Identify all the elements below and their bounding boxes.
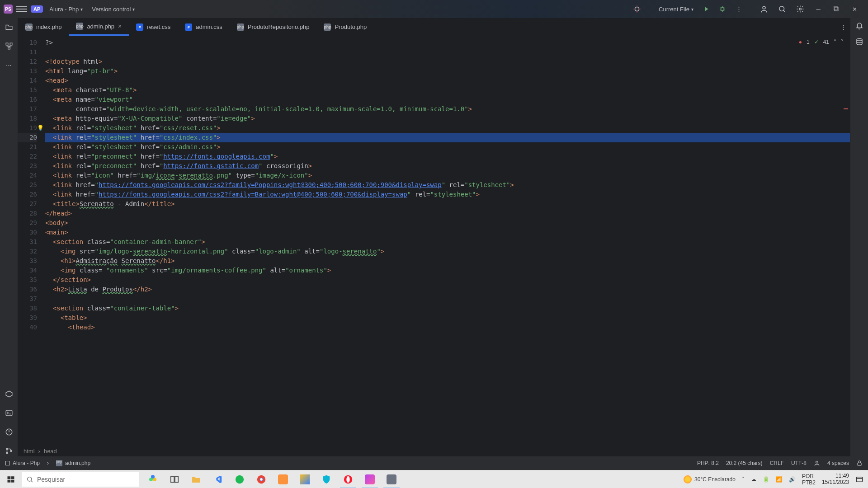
taskbar-apps [143,470,401,488]
tray-language[interactable]: PORPTB2 [802,473,816,486]
status-inspections-icon[interactable] [814,460,820,466]
status-file-name: admin.php [65,460,90,466]
taskbar-app-spotify[interactable] [230,470,250,488]
svg-point-13 [6,448,8,450]
status-project[interactable]: Alura - Php [5,460,40,466]
editor-tab[interactable]: phpindex.php [18,18,69,36]
run-config-dropdown[interactable]: Current File ▾ [656,4,696,14]
taskbar-app-phpstorm[interactable] [360,470,380,488]
taskbar-app-opera[interactable] [338,470,358,488]
status-php-version[interactable]: PHP: 8.2 [697,460,719,466]
windows-taskbar: Pesquisar 30°C Ensolarado ˄ ☁ 🔋 📶 🔊 PORP… [0,470,868,488]
close-window-button[interactable]: ✕ [848,3,861,15]
tray-time: 11:49 [822,473,849,479]
breadcrumb-item[interactable]: html [24,448,35,455]
svg-point-16 [857,39,862,41]
svg-point-17 [816,461,818,463]
status-file[interactable]: php admin.php [56,460,90,466]
tray-clock[interactable]: 11:49 15/11/2023 [822,473,849,486]
svg-point-26 [151,475,155,479]
status-lock-icon[interactable] [856,460,863,466]
taskbar-app-generic2[interactable] [382,470,401,488]
editor-tab[interactable]: #admin.css [178,18,230,36]
close-tab-icon[interactable]: × [118,23,122,30]
svg-rect-28 [175,476,178,482]
run-button[interactable] [700,3,712,15]
editor-tab[interactable]: phpadmin.php× [69,18,129,36]
status-encoding[interactable]: UTF-8 [791,460,807,466]
run-config-label: Current File [659,6,689,13]
tray-chevron-icon[interactable]: ˄ [742,476,745,483]
status-caret-position[interactable]: 20:2 (45 chars) [726,460,763,466]
status-indent[interactable]: 4 spaces [827,460,849,466]
services-tool-icon[interactable] [4,389,14,399]
tray-battery-icon[interactable]: 🔋 [763,476,769,483]
php-file-icon: php [56,460,62,466]
vcs-tool-icon[interactable] [4,446,14,456]
search-icon[interactable] [776,3,788,15]
svg-point-34 [346,476,349,483]
svg-point-23 [28,477,32,481]
more-actions-button[interactable]: ⋮ [732,3,745,15]
editor-tab[interactable]: phpProduto.php [316,18,374,36]
structure-tool-icon[interactable] [4,41,14,52]
taskbar-app-taskview[interactable] [165,470,184,488]
more-tools-icon[interactable]: ⋯ [4,60,14,70]
editor-tab[interactable]: phpProdutoRepositorio.php [230,18,317,36]
code-content[interactable]: ?><!doctype html><html lang="pt-br"><hea… [45,36,850,446]
terminal-tool-icon[interactable] [4,408,14,418]
svg-rect-18 [858,463,861,465]
tab-label: Produto.php [335,23,367,30]
tray-wifi-icon[interactable]: 📶 [776,476,783,483]
taskbar-app-copilot[interactable] [143,470,163,488]
taskbar-app-chrome[interactable] [251,470,271,488]
chevron-down-icon: ▾ [132,7,135,12]
taskbar-app-xampp[interactable] [273,470,293,488]
status-line-separator[interactable]: CRLF [770,460,784,466]
minimize-window-button[interactable]: ─ [812,3,825,15]
code-editor[interactable]: ●1 ✓41 ˄ ˅ 10111213141516171819202122232… [18,36,850,446]
php-file-icon: php [25,23,33,31]
weather-widget[interactable]: 30°C Ensolarado [684,475,736,483]
breadcrumb-bar: html › head [18,446,850,456]
project-tool-icon[interactable] [4,22,14,33]
debug-button[interactable] [716,3,729,15]
php-file-icon: php [76,23,83,30]
tray-date: 15/11/2023 [822,479,849,486]
database-tool-icon[interactable] [855,38,863,46]
start-button[interactable] [0,470,22,488]
chevron-down-icon: ▾ [80,7,83,12]
svg-point-4 [799,8,802,10]
code-with-me-icon[interactable] [758,3,770,15]
svg-point-2 [763,6,765,9]
tab-label: reset.css [147,23,170,30]
svg-rect-5 [835,7,838,11]
notifications-icon[interactable] [855,22,863,30]
settings-icon[interactable] [794,3,807,15]
tab-actions-button[interactable]: ⋮ [837,18,850,36]
svg-point-29 [236,475,244,483]
php-file-icon: php [237,23,244,31]
taskbar-app-generic1[interactable] [295,470,315,488]
svg-point-32 [260,478,263,481]
project-badge: AP [31,5,43,13]
svg-rect-20 [11,476,14,479]
taskbar-search[interactable]: Pesquisar [22,472,139,487]
svg-rect-11 [6,410,12,416]
tray-notifications-icon[interactable] [855,475,863,483]
tray-onedrive-icon[interactable]: ☁ [751,476,756,483]
main-menu-button[interactable] [16,4,27,14]
svg-rect-7 [6,43,8,45]
project-dropdown[interactable]: Alura - Php ▾ [47,4,85,14]
vcs-dropdown[interactable]: Version control ▾ [89,4,137,14]
editor-tab[interactable]: #reset.css [129,18,178,36]
problems-tool-icon[interactable] [4,427,14,437]
restore-window-button[interactable] [830,3,843,15]
status-bar: Alura - Php › php admin.php PHP: 8.2 20:… [0,456,868,470]
taskbar-app-explorer[interactable] [186,470,206,488]
taskbar-app-vscode[interactable] [208,470,228,488]
tray-volume-icon[interactable]: 🔊 [789,476,796,483]
breadcrumb-item[interactable]: head [44,448,57,455]
taskbar-app-shield[interactable] [316,470,336,488]
debug-bug-icon[interactable] [631,3,643,15]
